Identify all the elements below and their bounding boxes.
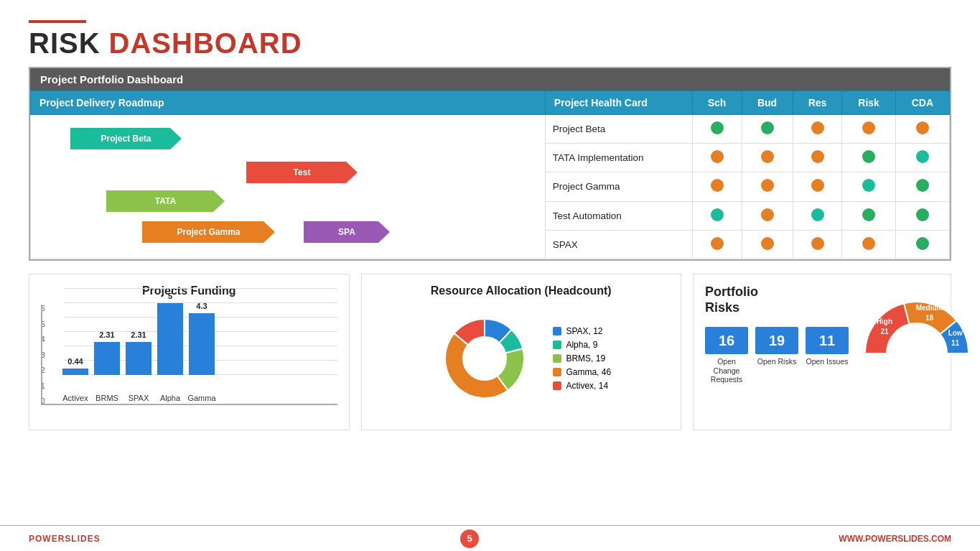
funding-title: Projects Funding	[41, 284, 337, 297]
cell-res	[793, 230, 842, 259]
gauge-label: High	[877, 318, 892, 325]
bar-group: 0.44Activex	[62, 357, 88, 389]
gauge-label: 21	[880, 328, 889, 335]
gauge-label: Low	[948, 329, 963, 337]
legend-item: Alpha, 9	[553, 340, 611, 350]
risk-value: 11	[806, 327, 849, 354]
status-dot	[811, 121, 824, 134]
footer-brand: POWERSLIDES	[29, 534, 101, 544]
bar-label: Activex	[62, 394, 88, 402]
bar-value: 5	[168, 292, 172, 300]
bar-group: 2.31SPAX	[126, 330, 151, 389]
cell-sch	[692, 230, 742, 259]
header-accent-line	[29, 20, 86, 23]
cell-risk	[842, 144, 895, 172]
cell-bud	[742, 172, 793, 201]
legend-item: SPAX, 12	[553, 326, 611, 336]
gauge-chart: High21Medium18Low11	[856, 287, 978, 359]
bar-value: 4.3	[196, 302, 207, 310]
legend-color	[553, 327, 561, 335]
cell-sch	[692, 115, 742, 144]
cell-sch	[692, 172, 742, 201]
col-bud: Bud	[742, 91, 793, 115]
status-dot	[761, 179, 774, 192]
donut-chart	[431, 305, 538, 412]
gauge-label: Medium	[916, 304, 943, 312]
status-dot	[811, 150, 824, 163]
bar-label: Gamma	[187, 394, 215, 402]
project-name: Project Gamma	[545, 172, 692, 201]
portfolio-header: Project Portfolio Dashboard	[30, 68, 950, 91]
status-dot	[916, 121, 929, 134]
brand-black: POWER	[29, 534, 65, 544]
legend-color	[553, 368, 561, 376]
legend-color	[553, 341, 561, 349]
bar	[94, 342, 120, 375]
risks-panel: PortfolioRisks 16Open Change Requests19O…	[693, 274, 951, 430]
roadmap-arrow: TATA	[106, 190, 225, 212]
risk-label: Open Issues	[806, 357, 849, 366]
cell-risk	[842, 115, 895, 144]
cell-cda	[895, 144, 949, 172]
bar-value: 2.31	[99, 330, 114, 339]
cell-cda	[895, 172, 949, 201]
status-dot	[711, 150, 724, 163]
legend-label: SPAX, 12	[566, 326, 602, 336]
status-dot	[761, 237, 774, 250]
donut-legend: SPAX, 12Alpha, 9BRMS, 19Gamma, 46Activex…	[553, 326, 611, 391]
footer-url: WWW.POWERSLIDES.COM	[839, 534, 951, 544]
bar	[126, 342, 151, 375]
bar-chart: 0.44Activex2.31BRMS2.31SPAX5Alpha4.3Gamm…	[41, 305, 337, 405]
donut-segment	[445, 333, 508, 398]
status-dot	[862, 150, 875, 163]
roadmap-arrow: Project Gamma	[142, 221, 275, 243]
status-dot	[711, 237, 724, 250]
col-roadmap: Project Delivery Roadmap	[31, 91, 546, 115]
status-dot	[811, 237, 824, 250]
cell-bud	[742, 230, 793, 259]
cell-sch	[692, 201, 742, 230]
resource-panel: Resource Allocation (Headcount) SPAX, 12…	[361, 274, 682, 430]
status-dot	[761, 208, 774, 221]
status-dot	[916, 237, 929, 250]
bar-label: SPAX	[129, 394, 149, 402]
col-phc: Project Health Card	[545, 91, 692, 115]
col-cda: CDA	[895, 91, 949, 115]
status-dot	[862, 121, 875, 134]
bar	[189, 313, 215, 375]
roadmap-arrow: Test	[246, 162, 358, 183]
gauge-label: 11	[951, 339, 960, 347]
header: RISK DASHBOARD	[0, 0, 980, 67]
bar-group: 2.31BRMS	[94, 330, 120, 389]
bar-label: Alpha	[160, 394, 180, 402]
project-name: TATA Implementation	[545, 144, 692, 172]
footer-page: 5	[460, 529, 479, 548]
footer: POWERSLIDES 5 WWW.POWERSLIDES.COM	[0, 525, 980, 551]
bar-value: 2.31	[131, 330, 146, 339]
cell-cda	[895, 115, 949, 144]
legend-label: BRMS, 19	[566, 353, 605, 364]
bottom-row: Projects Funding 0123456 0.44Activex2.31…	[29, 274, 951, 430]
bar-label: BRMS	[95, 394, 118, 402]
cell-res	[793, 144, 842, 172]
gauge-label: 18	[925, 314, 934, 322]
bar-group: 4.3Gamma	[189, 302, 215, 389]
funding-panel: Projects Funding 0123456 0.44Activex2.31…	[29, 274, 350, 430]
status-dot	[811, 179, 824, 192]
status-dot	[711, 208, 724, 221]
cell-res	[793, 172, 842, 201]
risk-label: Open Change Requests	[705, 357, 748, 384]
status-dot	[916, 150, 929, 163]
legend-label: Gamma, 46	[566, 367, 611, 377]
brand-red: SLIDES	[65, 534, 100, 544]
legend-label: Activex, 14	[566, 381, 608, 391]
cell-res	[793, 115, 842, 144]
col-sch: Sch	[692, 91, 742, 115]
project-name: Test Automation	[545, 201, 692, 230]
roadmap-arrow: SPA	[304, 221, 390, 243]
col-risk: Risk	[842, 91, 895, 115]
title-risk: RISK	[29, 27, 101, 60]
legend-item: Activex, 14	[553, 381, 611, 391]
page-title: RISK DASHBOARD	[29, 27, 951, 60]
legend-item: Gamma, 46	[553, 367, 611, 377]
